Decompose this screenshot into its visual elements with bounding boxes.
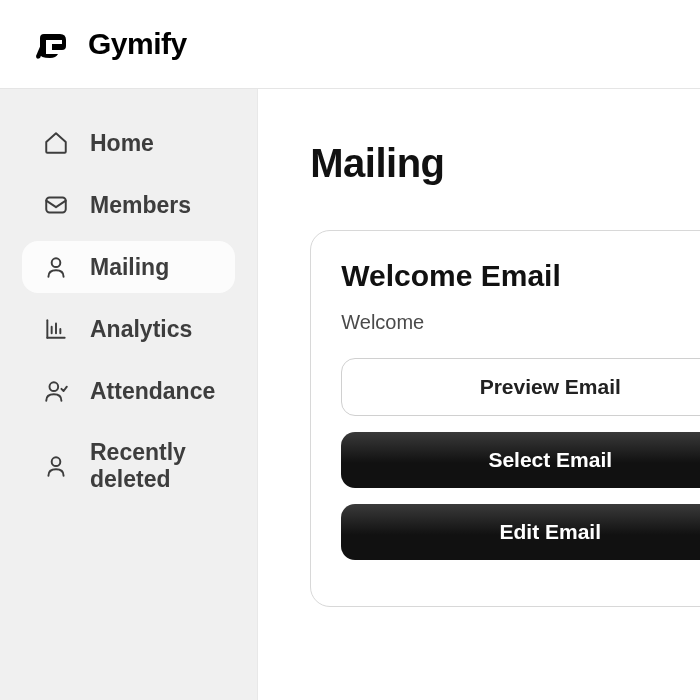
- brand-logo-icon: [32, 24, 72, 64]
- sidebar-item-label: Analytics: [90, 316, 192, 343]
- layout: Home Members Mailing: [0, 89, 700, 700]
- mail-icon: [42, 191, 70, 219]
- sidebar-item-analytics[interactable]: Analytics: [22, 303, 235, 355]
- card-title: Welcome Email: [341, 259, 700, 293]
- edit-email-button[interactable]: Edit Email: [341, 504, 700, 560]
- person-icon: [42, 253, 70, 281]
- bar-chart-icon: [42, 315, 70, 343]
- main-content: Mailing Welcome Email Welcome Preview Em…: [258, 89, 700, 700]
- app-header: Gymify: [0, 0, 700, 89]
- welcome-email-card: Welcome Email Welcome Preview Email Sele…: [310, 230, 700, 607]
- person-check-icon: [42, 377, 70, 405]
- sidebar-item-attendance[interactable]: Attendance: [22, 365, 235, 417]
- brand-name: Gymify: [88, 27, 187, 61]
- page-title: Mailing: [310, 141, 700, 186]
- sidebar-item-mailing[interactable]: Mailing: [22, 241, 235, 293]
- svg-point-3: [52, 457, 61, 466]
- home-icon: [42, 129, 70, 157]
- preview-email-button[interactable]: Preview Email: [341, 358, 700, 416]
- card-subtitle: Welcome: [341, 311, 700, 334]
- sidebar-item-home[interactable]: Home: [22, 117, 235, 169]
- sidebar: Home Members Mailing: [0, 89, 258, 700]
- sidebar-item-label: Members: [90, 192, 191, 219]
- sidebar-item-label: Attendance: [90, 378, 215, 405]
- svg-rect-0: [46, 197, 66, 212]
- svg-point-1: [52, 258, 61, 267]
- person-outline-icon: [42, 452, 70, 480]
- sidebar-item-label: Mailing: [90, 254, 169, 281]
- sidebar-item-label: Home: [90, 130, 154, 157]
- select-email-button[interactable]: Select Email: [341, 432, 700, 488]
- svg-point-2: [50, 382, 59, 391]
- sidebar-item-members[interactable]: Members: [22, 179, 235, 231]
- sidebar-item-recently-deleted[interactable]: Recently deleted: [22, 427, 235, 505]
- sidebar-item-label: Recently deleted: [90, 439, 215, 493]
